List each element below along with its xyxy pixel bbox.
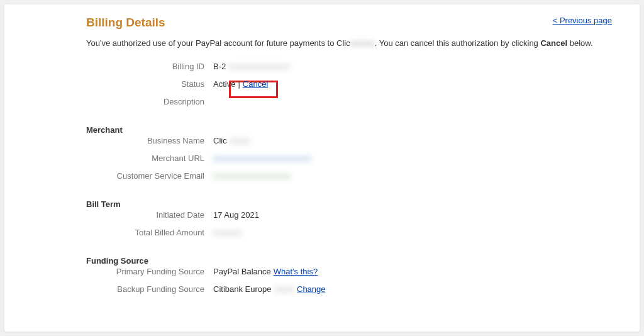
billing-id-redacted: xxxxxxxxxxxxxxx [228,62,290,71]
backup-funding-redacted: xxxxx [274,284,295,294]
page-title: Billing Details [17,16,165,30]
billing-id-section: Billing ID B-2xxxxxxxxxxxxxxx Status Act… [17,61,627,114]
status-label: Status [17,79,213,89]
intro-part2: . You can cancel this authorization by c… [375,38,541,48]
customer-email-redacted: xxxxxxxxxxxxxxxxxxx [213,171,291,181]
merchant-url-label: Merchant URL [17,154,213,163]
intro-part1: You've authorized use of your PayPal acc… [86,38,350,48]
billing-id-prefix: B-2 [213,62,226,71]
backup-funding-value: Citibank Europe [213,284,272,294]
business-name-redacted: xxxxx [230,136,250,145]
status-sep: | [238,79,240,89]
merchant-title: Merchant [17,125,627,135]
total-billed-label: Total Billed Amount [17,228,213,237]
backup-funding-label: Backup Funding Source [17,284,213,294]
business-name-label: Business Name [17,136,213,145]
previous-page-link[interactable]: < Previous page [553,16,612,25]
initiated-date-value: 17 Aug 2021 [213,210,259,220]
intro-part3: below. [567,38,592,48]
total-billed-redacted: xxxxxxx [213,228,242,237]
business-name-prefix: Clic [213,136,227,145]
header-row: Billing Details < Previous page [17,16,627,30]
whats-this-link[interactable]: What's this? [274,267,318,276]
change-link[interactable]: Change [297,284,326,294]
funding-section: Funding Source Primary Funding Source Pa… [17,256,627,301]
primary-funding-value: PayPal Balance [213,267,271,276]
bill-term-section: Bill Term Initiated Date 17 Aug 2021 Tot… [17,199,627,245]
cancel-link[interactable]: Cancel [243,79,268,89]
description-label: Description [17,97,213,106]
bill-term-title: Bill Term [17,199,627,209]
primary-funding-label: Primary Funding Source [17,267,213,276]
intro-redacted: xxxxxx [350,37,375,50]
intro-text: You've authorized use of your PayPal acc… [17,37,627,50]
initiated-date-label: Initiated Date [17,210,213,220]
intro-bold: Cancel [540,38,567,48]
customer-email-label: Customer Service Email [17,171,213,181]
funding-title: Funding Source [17,256,627,266]
billing-details-panel: Billing Details < Previous page You've a… [4,4,640,332]
billing-id-label: Billing ID [17,62,213,71]
status-value: Active [213,79,235,89]
merchant-section: Merchant Business Name Clicxxxxx Merchan… [17,125,627,188]
merchant-url-redacted: xxxxxxxxxxxxxxxxxxxxxxxx [213,154,311,163]
